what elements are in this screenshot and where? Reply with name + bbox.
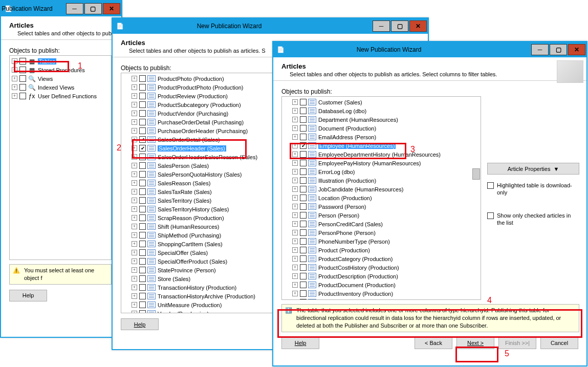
tree-node[interactable]: +EmailAddress (Person) xyxy=(283,133,480,141)
expand-icon[interactable]: + xyxy=(292,195,298,201)
checkbox-icon[interactable] xyxy=(300,290,307,297)
help-button[interactable]: Help xyxy=(121,318,159,330)
checkbox-icon[interactable] xyxy=(139,249,146,256)
titlebar[interactable]: 📄 New Publication Wizard ─ ▢ ✕ xyxy=(1,1,121,16)
checkbox-icon[interactable] xyxy=(300,255,307,262)
checkbox-icon[interactable] xyxy=(139,154,146,160)
checkbox-icon[interactable] xyxy=(139,180,146,186)
article-properties-dropdown[interactable]: Article Properties ▼ xyxy=(487,163,579,175)
objects-tree[interactable]: +▦Tables+▦Stored Procedures+🔍Views+🔍Inde… xyxy=(9,55,112,260)
expand-icon[interactable]: + xyxy=(132,154,137,160)
expand-icon[interactable]: + xyxy=(292,212,298,218)
expand-icon[interactable]: + xyxy=(132,241,137,247)
checkbox-icon[interactable] xyxy=(139,119,146,125)
tree-node[interactable]: +ShoppingCartItem (Sales) xyxy=(122,240,278,248)
tree-node[interactable]: +SalesTerritory (Sales) xyxy=(122,196,278,205)
tree-node[interactable]: +SalesOrderHeaderSalesReason (Sales) xyxy=(122,153,278,161)
expand-icon[interactable]: + xyxy=(292,134,298,140)
tree-node[interactable]: +ProductVendor (Purchasing) xyxy=(122,109,278,118)
tree-node[interactable]: +▦Tables xyxy=(11,57,110,66)
expand-icon[interactable]: + xyxy=(12,58,17,64)
checkbox-icon[interactable] xyxy=(300,151,307,158)
tree-node[interactable]: +Shift (HumanResources) xyxy=(122,222,278,231)
next-button[interactable]: Next > xyxy=(456,337,494,349)
tree-node[interactable]: +ƒxUser Defined Functions xyxy=(11,92,110,100)
tree-node[interactable]: +SalesOrderHeader (Sales) xyxy=(122,144,278,153)
maximize-button[interactable]: ▢ xyxy=(391,20,408,32)
tree-node[interactable]: +SpecialOffer (Sales) xyxy=(122,248,278,257)
tree-node[interactable]: +Product (Production) xyxy=(283,246,480,254)
checkbox-icon[interactable] xyxy=(19,93,26,99)
tree-node[interactable]: +ProductListPriceHistory (Production) xyxy=(283,298,480,299)
tree-node[interactable]: +SalesOrderDetail (Sales) xyxy=(122,135,278,144)
checkbox-icon[interactable] xyxy=(139,275,146,282)
checkbox-icon[interactable] xyxy=(300,134,307,140)
titlebar[interactable]: 📄 New Publication Wizard ─ ▢ ✕ xyxy=(113,18,428,34)
tree-node[interactable]: +ProductProductPhoto (Production) xyxy=(122,83,278,92)
tree-node[interactable]: +Department (HumanResources) xyxy=(283,115,480,124)
expand-icon[interactable]: + xyxy=(132,198,137,203)
tree-node[interactable]: +SalesReason (Sales) xyxy=(122,179,278,187)
expand-icon[interactable]: + xyxy=(292,178,298,183)
tree-node[interactable]: +ShipMethod (Purchasing) xyxy=(122,231,278,240)
checkbox-icon[interactable] xyxy=(139,206,146,212)
help-button[interactable]: Help xyxy=(281,337,319,349)
checkbox-icon[interactable] xyxy=(300,99,307,105)
expand-icon[interactable]: + xyxy=(292,282,298,288)
checkbox-icon[interactable] xyxy=(300,247,307,253)
tree-node[interactable]: +Vendor (Purchasing) xyxy=(122,309,278,313)
checkbox-icon[interactable] xyxy=(139,284,146,291)
checkbox-icon[interactable] xyxy=(300,168,307,175)
maximize-button[interactable]: ▢ xyxy=(550,44,567,55)
checkbox-icon[interactable] xyxy=(139,136,146,143)
expand-icon[interactable]: + xyxy=(132,267,137,273)
checkbox-icon[interactable] xyxy=(139,171,146,178)
tree-node[interactable]: +PersonCreditCard (Sales) xyxy=(283,220,480,228)
expand-icon[interactable]: + xyxy=(132,224,137,229)
expand-icon[interactable]: + xyxy=(132,145,137,151)
expand-icon[interactable]: + xyxy=(292,108,298,114)
tree-node[interactable]: +EmployeePayHistory (HumanResources) xyxy=(283,159,480,167)
expand-icon[interactable]: + xyxy=(132,232,137,238)
back-button[interactable]: < Back xyxy=(415,337,452,349)
tree-node[interactable]: +TransactionHistory (Production) xyxy=(122,283,278,292)
expand-icon[interactable]: + xyxy=(292,125,298,131)
objects-tree[interactable]: +ProductPhoto (Production)+ProductProduc… xyxy=(121,73,279,313)
expand-icon[interactable]: + xyxy=(132,137,137,142)
tree-node[interactable]: +Employee (HumanResources) xyxy=(283,141,480,150)
checkbox-icon[interactable] xyxy=(19,75,26,82)
expand-icon[interactable]: + xyxy=(132,76,137,81)
expand-icon[interactable]: + xyxy=(292,291,298,296)
expand-icon[interactable]: + xyxy=(132,215,137,221)
tree-node[interactable]: +ScrapReason (Production) xyxy=(122,213,278,222)
checkbox-icon[interactable] xyxy=(300,221,307,227)
tree-node[interactable]: +ProductDescription (Production) xyxy=(283,272,480,280)
checkbox-icon[interactable] xyxy=(300,177,307,184)
tree-node[interactable]: +Person (Person) xyxy=(283,211,480,220)
expand-icon[interactable]: + xyxy=(292,169,298,175)
expand-icon[interactable]: + xyxy=(12,67,17,73)
checkbox-icon[interactable] xyxy=(300,107,307,114)
minimize-button[interactable]: ─ xyxy=(373,20,390,32)
tree-node[interactable]: +SalesTerritoryHistory (Sales) xyxy=(122,205,278,213)
tree-node[interactable]: +SalesTaxRate (Sales) xyxy=(122,187,278,196)
maximize-button[interactable]: ▢ xyxy=(84,3,102,14)
close-button[interactable]: ✕ xyxy=(409,20,427,32)
tree-node[interactable]: +Document (Production) xyxy=(283,124,480,133)
minimize-button[interactable]: ─ xyxy=(66,3,83,14)
expand-icon[interactable]: + xyxy=(132,93,137,99)
expand-icon[interactable]: + xyxy=(132,276,137,282)
checkbox-icon[interactable] xyxy=(139,75,146,82)
tree-node[interactable]: +Location (Production) xyxy=(283,193,480,202)
checkbox-icon[interactable] xyxy=(139,301,146,308)
tree-node[interactable]: +ProductCostHistory (Production) xyxy=(283,263,480,272)
expand-icon[interactable]: + xyxy=(132,171,137,177)
tree-node[interactable]: +ProductPhoto (Production) xyxy=(122,74,278,83)
highlighted-download-only-checkbox[interactable]: Highlighted table is download-only xyxy=(487,182,579,197)
tree-node[interactable]: +UnitMeasure (Production) xyxy=(122,300,278,309)
checkbox-icon[interactable] xyxy=(300,195,307,201)
help-button[interactable]: Help xyxy=(9,290,47,301)
checkbox-icon[interactable] xyxy=(300,264,307,271)
checkbox-icon[interactable] xyxy=(19,67,26,73)
tree-node[interactable]: +TransactionHistoryArchive (Production) xyxy=(122,292,278,300)
